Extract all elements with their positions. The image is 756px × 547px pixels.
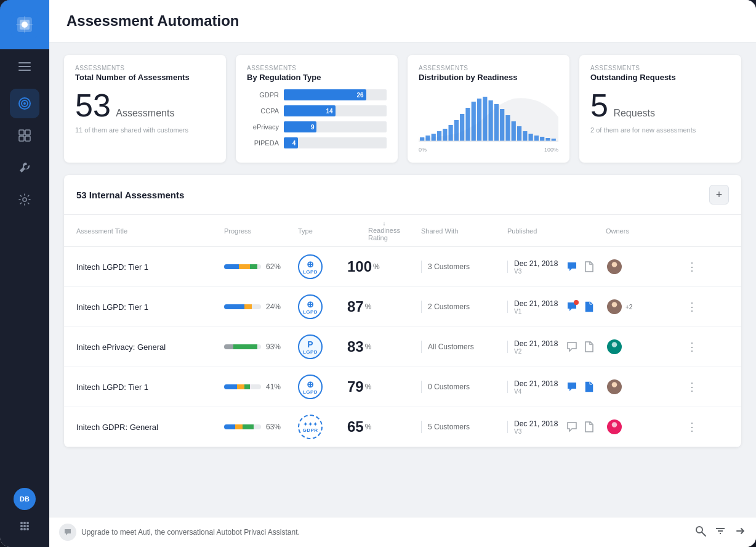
stat-card-distribution: Assessments Distribution by Readiness [408,55,569,163]
customers-label: 5 Customers [428,423,470,431]
stat-number-3: 5 [590,87,608,123]
stat-label-3: Assessments [590,65,730,71]
svg-point-20 [26,525,29,527]
svg-rect-33 [472,102,476,141]
readiness-cell-3: 79 % [347,378,421,395]
readiness-cell-4: 65 % [347,418,421,436]
doc-actions-3 [565,380,596,394]
svg-point-16 [23,522,26,524]
stat-card-outstanding: Assessments Outstanding Requests 5 Reque… [579,55,741,163]
svg-point-53 [612,342,617,347]
progress-pct-4: 63% [266,423,281,431]
svg-rect-6 [18,70,31,71]
progress-pct-0: 62% [266,262,281,271]
col-header-owners: Owners [606,227,680,235]
user-avatar[interactable]: DB [14,488,36,510]
chat-upgrade-text: Upgrade to meet Auti, the conversational… [81,528,300,537]
stat-label-2: Assessments [419,65,558,71]
svg-point-15 [20,522,23,524]
svg-rect-25 [425,136,430,141]
stat-sub-0: 11 of them are shared with customers [75,126,215,134]
type-cell-4: ✦✦✦ GDPR [298,415,347,439]
sidebar-item-grid[interactable] [10,121,39,150]
published-cell-1: Dec 21, 2018 V1 [507,299,606,315]
more-menu-1[interactable]: ⋮ [680,300,704,314]
page-header: Assessment Automation [49,0,756,43]
doc-icon-1[interactable] [582,300,596,314]
type-badge-1[interactable]: ⊕ LGPD [298,294,323,319]
owner-avatar-0[interactable] [606,258,623,275]
owner-avatar-2[interactable] [606,338,623,355]
svg-point-21 [20,528,23,530]
chat-icon-3[interactable] [565,380,579,394]
sidebar-nav [10,89,39,488]
progress-cell-4: 63% [224,423,298,431]
chat-icon-2[interactable] [565,340,579,354]
assessment-title-0: Initech LGPD: Tier 1 [76,262,224,272]
readiness-cell-2: 83 % [347,338,421,355]
more-menu-2[interactable]: ⋮ [680,340,704,354]
svg-rect-40 [512,121,516,141]
svg-point-49 [612,262,617,267]
doc-icon-2[interactable] [582,340,596,354]
owner-avatar-1a[interactable] [606,298,623,315]
sidebar-item-target[interactable] [10,89,39,118]
more-menu-3[interactable]: ⋮ [680,380,704,394]
col-header-title: Assessment Title [76,227,224,235]
doc-icon-0[interactable] [582,260,596,274]
logo[interactable] [0,0,49,49]
svg-point-22 [23,528,26,530]
col-header-shared: Shared With [421,227,507,235]
readiness-cell-1: 87 % [347,298,421,315]
svg-point-54 [610,348,619,354]
doc-icon-4[interactable] [582,420,596,434]
owner-avatar-4[interactable] [606,418,623,436]
owners-cell-3 [606,378,680,395]
type-badge-0[interactable]: ⊕ LGPD [298,254,323,279]
type-cell-0: ⊕ LGPD [298,254,347,279]
sidebar-item-settings[interactable] [10,185,39,214]
chat-icon-0[interactable] [565,260,579,274]
progress-pct-1: 24% [266,302,281,311]
type-cell-2: P LGPD [298,334,347,359]
svg-point-51 [612,302,617,307]
svg-rect-27 [437,131,441,141]
svg-rect-10 [19,130,24,135]
type-badge-4[interactable]: ✦✦✦ GDPR [298,415,323,439]
add-assessment-button[interactable]: + [709,185,729,205]
chat-icon-1[interactable] [565,300,579,314]
svg-rect-44 [534,136,539,141]
bottom-bar: Upgrade to meet Auti, the conversational… [49,517,756,547]
stat-sub-3: 2 of them are for new assessments [590,126,730,134]
svg-point-23 [26,528,29,530]
chat-icon-4[interactable] [565,420,579,434]
table-row: Initech LGPD: Tier 1 24% ⊕ [64,287,741,327]
stat-unit-3: Requests [613,108,655,118]
sidebar-item-wrench[interactable] [10,153,39,182]
svg-rect-32 [465,108,470,141]
svg-rect-42 [523,131,527,141]
hamburger-menu[interactable] [0,52,49,81]
navigate-button[interactable] [734,525,746,540]
col-header-published: Published [507,227,606,235]
doc-icon-3[interactable] [582,380,596,394]
bar-ccpa: CCPA 14 [247,105,387,116]
more-menu-4[interactable]: ⋮ [680,420,704,434]
type-cell-3: ⊕ LGPD [298,375,347,399]
search-button[interactable] [694,525,707,540]
table-header: 53 Internal Assessments + [64,175,741,215]
shared-cell-4: 5 Customers [421,421,507,433]
apps-grid-icon[interactable] [14,515,36,537]
published-cell-2: Dec 21, 2018 V2 [507,339,606,355]
filter-button[interactable] [714,525,726,540]
col-header-readiness: ↓ ReadinessRating [347,220,421,241]
owner-avatar-3[interactable] [606,378,623,395]
type-badge-2[interactable]: P LGPD [298,334,323,359]
svg-rect-43 [529,134,533,141]
progress-pct-3: 41% [266,383,281,391]
more-menu-0[interactable]: ⋮ [680,260,704,274]
type-badge-3[interactable]: ⊕ LGPD [298,375,323,399]
svg-rect-35 [483,97,487,141]
sidebar-bottom: DB [14,488,36,547]
svg-rect-12 [19,136,24,141]
